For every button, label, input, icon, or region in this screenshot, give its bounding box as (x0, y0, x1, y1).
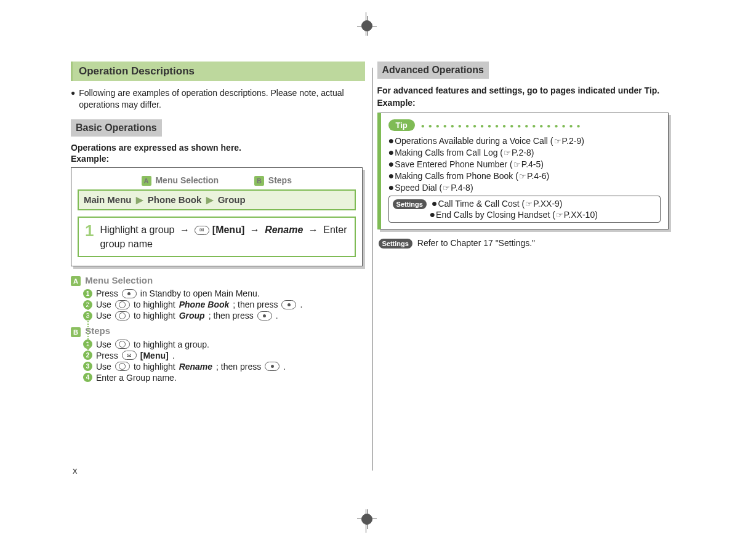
settings-line-1: ●Call Time & Call Cost (P.XX-9) (432, 199, 563, 209)
advanced-lead: For advanced features and settings, go t… (377, 85, 672, 97)
tip-line-2: ●Making Calls from Call Log (P.2-8) (388, 147, 661, 158)
settings-ref-text: Refer to Chapter 17 "Settings." (417, 238, 535, 248)
circled-1-icon: 1 (83, 289, 92, 298)
label-a-icon: A (142, 176, 151, 186)
mail-key-icon (195, 226, 209, 235)
pointer-icon (553, 136, 562, 146)
example-label-right: Example: (377, 98, 672, 108)
pointer-icon (555, 210, 564, 220)
pointer-icon (442, 183, 451, 193)
triangle-icon: ▶ (136, 194, 143, 205)
example-frame: A Menu Selection B Steps Main Menu ▶ Pho… (71, 167, 363, 267)
step-text: Highlight a group → [Menu] → Rename → En… (100, 223, 348, 251)
breadcrumb-2: Phone Book (148, 194, 202, 205)
section-title-operation-descriptions: Operation Descriptions (71, 62, 365, 81)
pointer-icon (518, 171, 527, 181)
expl-a-title: Menu Selection (85, 275, 153, 285)
left-column: Operation Descriptions ● Following are e… (71, 62, 365, 384)
arrow-icon: → (308, 225, 318, 235)
settings-pill: Settings (379, 239, 412, 249)
label-a-icon: A (71, 276, 81, 286)
center-key-icon (265, 362, 279, 371)
circled-3-icon: 3 (83, 362, 92, 371)
step-rename: Rename (265, 225, 303, 235)
settings-reference: Settings Refer to Chapter 17 "Settings." (379, 238, 672, 249)
explanation-b: B Steps 1 Use to highlight a group. 2 Pr… (71, 325, 365, 382)
intro-line: ● Following are examples of operation de… (71, 87, 365, 111)
expl-b-heading: B Steps (71, 325, 365, 336)
expl-a-item-3: 3 Use to highlight Group; then press . (83, 311, 365, 320)
crop-mark (361, 514, 372, 525)
page-number: x (73, 465, 78, 475)
callout-row: A Menu Selection B Steps (78, 175, 356, 186)
pointer-icon (503, 148, 512, 157)
nav-key-icon (115, 340, 130, 349)
tip-header: Tip ●●●●●●●●●●●●●●●●●●●●●● (388, 119, 661, 135)
tip-line-5: ●Speed Dial (P.4-8) (388, 182, 661, 193)
expl-b-item-3: 3 Use to highlight Rename; then press . (83, 362, 365, 372)
dots-decoration-icon: ●●●●●●●●●●●●●●●●●●●●●● (421, 122, 584, 129)
arrow-icon: → (180, 225, 190, 235)
pointer-icon (513, 159, 521, 169)
breadcrumb-3: Group (218, 194, 246, 205)
settings-frame: Settings ●Call Time & Call Cost (P.XX-9)… (388, 196, 661, 223)
label-b-icon: B (254, 176, 264, 186)
circled-4-icon: 4 (83, 373, 92, 382)
expl-b-item-1: 1 Use to highlight a group. (83, 340, 365, 349)
intro-text: Following are examples of operation desc… (79, 87, 364, 111)
expl-b-title: Steps (85, 325, 110, 336)
bullet-icon: ● (71, 87, 75, 99)
step-number: 1 (85, 223, 94, 239)
tip-line-3: ●Save Entered Phone Number (P.4-5) (388, 159, 661, 170)
expl-a-item-1: 1 Press in Standby to open Main Menu. (83, 288, 365, 298)
settings-pill: Settings (393, 199, 427, 209)
expl-a-heading: A Menu Selection (71, 275, 365, 286)
expl-b-item-4: 4 Enter a Group name. (83, 373, 365, 383)
circled-2-icon: 2 (83, 351, 92, 360)
nav-key-icon (115, 300, 130, 309)
nav-key-icon (115, 362, 130, 371)
breadcrumb-1: Main Menu (84, 194, 132, 205)
basic-lead: Operations are expressed as shown here. (71, 143, 365, 153)
expl-b-item-2: 2 Press [Menu]. (83, 351, 365, 360)
step-box: 1 Highlight a group → [Menu] → Rename → … (78, 217, 356, 257)
pointer-icon (525, 199, 533, 209)
center-key-icon (281, 300, 296, 309)
explanation-a: A Menu Selection 1 Press in Standby to o… (71, 275, 365, 320)
step-menu: [Menu] (212, 225, 244, 235)
triangle-icon: ▶ (206, 194, 214, 205)
tip-box: Tip ●●●●●●●●●●●●●●●●●●●●●● ●Operations A… (377, 113, 669, 229)
example-label: Example: (71, 154, 365, 164)
label-b-icon: B (71, 327, 81, 337)
dotted-connector (87, 301, 89, 347)
tip-line-4: ●Making Calls from Phone Book (P.4-6) (388, 170, 661, 181)
settings-line-2: ●End Calls by Closing Handset (P.XX-10) (429, 210, 597, 220)
arrow-icon: → (250, 225, 260, 235)
nav-key-icon (115, 311, 130, 320)
center-key-icon (122, 289, 137, 298)
center-key-icon (257, 311, 272, 320)
menu-breadcrumb: Main Menu ▶ Phone Book ▶ Group (78, 189, 356, 210)
crop-mark (361, 20, 372, 31)
callout-a: Menu Selection (155, 175, 219, 185)
tip-line-1: ●Operations Available during a Voice Cal… (388, 135, 661, 146)
tip-label: Tip (388, 119, 415, 131)
dotted-arrow-icon (85, 346, 91, 351)
callout-b: Steps (268, 175, 292, 185)
subheading-basic-operations: Basic Operations (71, 119, 162, 137)
mail-key-icon (122, 351, 137, 360)
subheading-advanced-operations: Advanced Operations (377, 62, 489, 79)
step-part-1: Highlight a group (100, 225, 174, 235)
expl-a-item-2: 2 Use to highlight Phone Book; then pres… (83, 300, 365, 309)
right-column: Advanced Operations For advanced feature… (377, 62, 672, 384)
